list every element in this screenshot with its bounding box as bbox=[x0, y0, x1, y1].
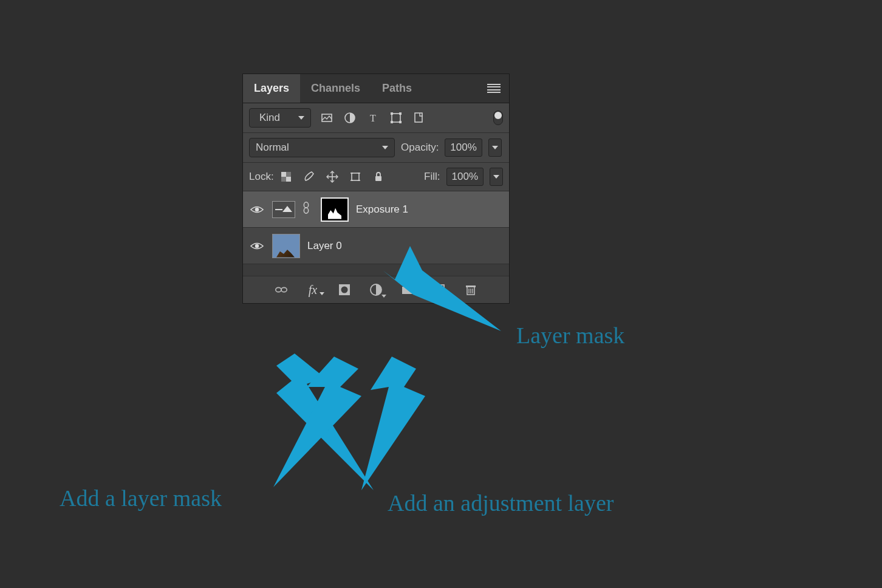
layer-row-exposure1[interactable]: Exposure 1 bbox=[243, 191, 509, 228]
lock-artboard-icon[interactable] bbox=[349, 171, 361, 183]
filter-row: Kind T bbox=[243, 103, 509, 133]
lock-row: Lock: Fill: 100% bbox=[243, 163, 509, 191]
svg-point-28 bbox=[281, 287, 287, 292]
tab-paths[interactable]: Paths bbox=[371, 74, 423, 103]
filter-adjustment-icon[interactable] bbox=[344, 112, 356, 124]
filter-toggle[interactable] bbox=[493, 111, 503, 125]
svg-rect-13 bbox=[286, 172, 291, 177]
layer-style-icon[interactable]: fx bbox=[306, 283, 320, 296]
svg-point-27 bbox=[276, 287, 281, 292]
panel-menu-icon[interactable] bbox=[487, 84, 501, 94]
annotation-layer-mask: Layer mask bbox=[516, 322, 624, 349]
svg-rect-8 bbox=[391, 121, 393, 123]
filter-kind-select[interactable]: Kind bbox=[249, 108, 311, 128]
fill-value[interactable]: 100% bbox=[446, 168, 484, 186]
svg-rect-22 bbox=[375, 176, 381, 181]
layer-name[interactable]: Layer 0 bbox=[307, 240, 342, 252]
link-mask-icon[interactable] bbox=[303, 201, 313, 217]
lock-transparency-icon[interactable] bbox=[280, 171, 292, 183]
chevron-down-icon bbox=[298, 116, 304, 120]
svg-point-24 bbox=[304, 202, 308, 208]
annotation-add-adjustment: Add an adjustment layer bbox=[388, 490, 614, 516]
fill-label: Fill: bbox=[424, 171, 440, 183]
svg-marker-42 bbox=[273, 357, 361, 487]
blend-mode-value: Normal bbox=[256, 142, 289, 154]
svg-point-25 bbox=[304, 208, 308, 213]
svg-rect-5 bbox=[392, 114, 400, 122]
svg-rect-10 bbox=[415, 113, 422, 122]
layer-mask-thumbnail[interactable] bbox=[321, 197, 349, 222]
arrow-to-layer-mask bbox=[377, 243, 516, 346]
chevron-down-icon bbox=[493, 175, 499, 179]
svg-point-30 bbox=[341, 287, 348, 293]
add-mask-icon[interactable] bbox=[338, 283, 351, 296]
link-layers-icon[interactable] bbox=[275, 283, 288, 296]
svg-marker-40 bbox=[383, 246, 501, 331]
opacity-value[interactable]: 100% bbox=[445, 138, 482, 157]
opacity-label: Opacity: bbox=[401, 142, 439, 154]
svg-rect-6 bbox=[391, 112, 393, 115]
layer-name[interactable]: Exposure 1 bbox=[356, 203, 408, 216]
filter-pixel-icon[interactable] bbox=[321, 112, 333, 124]
svg-rect-7 bbox=[399, 112, 402, 115]
svg-marker-43 bbox=[361, 357, 425, 490]
opacity-dropdown[interactable] bbox=[488, 138, 502, 157]
svg-text:T: T bbox=[370, 113, 376, 123]
visibility-toggle[interactable] bbox=[249, 241, 265, 251]
annotation-add-layer-mask: Add a layer mask bbox=[60, 485, 222, 511]
blend-mode-select[interactable]: Normal bbox=[249, 138, 395, 157]
svg-rect-12 bbox=[286, 177, 291, 182]
tab-channels[interactable]: Channels bbox=[300, 74, 371, 103]
arrow-to-add-adjustment bbox=[355, 354, 465, 496]
layer-thumbnail[interactable] bbox=[272, 234, 300, 258]
svg-rect-9 bbox=[399, 121, 402, 123]
svg-point-26 bbox=[255, 244, 259, 247]
svg-rect-17 bbox=[352, 173, 359, 180]
filter-shape-icon[interactable] bbox=[390, 112, 402, 124]
chevron-down-icon bbox=[382, 146, 388, 149]
svg-rect-11 bbox=[281, 172, 286, 177]
blend-row: Normal Opacity: 100% bbox=[243, 133, 509, 163]
chevron-down-icon bbox=[492, 146, 498, 149]
adjustment-exposure-icon bbox=[272, 201, 295, 218]
panel-tabs: Layers Channels Paths bbox=[243, 74, 509, 103]
fill-dropdown[interactable] bbox=[490, 168, 503, 186]
svg-rect-14 bbox=[281, 177, 286, 182]
visibility-toggle[interactable] bbox=[249, 205, 265, 214]
filter-kind-label: Kind bbox=[259, 112, 280, 124]
lock-label: Lock: bbox=[249, 171, 274, 183]
svg-point-23 bbox=[255, 207, 259, 211]
tab-layers[interactable]: Layers bbox=[243, 74, 300, 103]
filter-smartobject-icon[interactable] bbox=[413, 112, 425, 124]
filter-type-icon[interactable]: T bbox=[367, 112, 379, 124]
lock-all-icon[interactable] bbox=[372, 171, 385, 183]
lock-position-icon[interactable] bbox=[326, 171, 338, 183]
lock-paint-icon[interactable] bbox=[303, 171, 315, 183]
